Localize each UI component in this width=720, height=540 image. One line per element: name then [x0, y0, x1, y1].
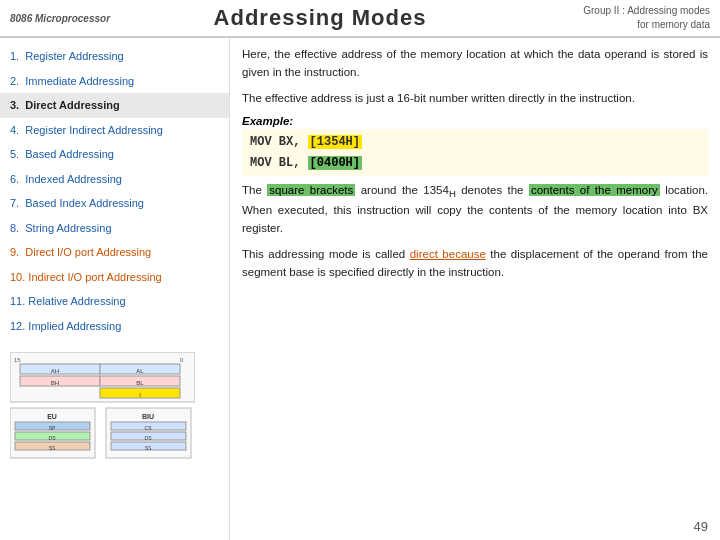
sidebar-item-11[interactable]: 11. Relative Addressing	[0, 289, 229, 314]
para4-text-start: This addressing mode is called	[242, 248, 410, 260]
svg-text:BIU: BIU	[142, 413, 154, 420]
para-2: The effective address is just a 16-bit n…	[242, 90, 708, 108]
header-subtitle: Group II : Addressing modes for memory d…	[510, 4, 710, 32]
sidebar-item-9[interactable]: 9. Direct I/O port Addressing	[0, 240, 229, 265]
para4-underline-direct: direct because	[410, 248, 486, 260]
svg-text:AL: AL	[136, 368, 144, 374]
para3-highlight-memory-contents: contents of the memory	[529, 184, 660, 196]
page-header: 8086 Microprocessor Addressing Modes Gro…	[0, 0, 720, 38]
svg-text:DS: DS	[145, 435, 153, 441]
sidebar-item-10[interactable]: 10. Indirect I/O port Addressing	[0, 265, 229, 290]
code-bracket-1354: [1354H]	[308, 135, 362, 149]
main-layout: 1. Register Addressing 2. Immediate Addr…	[0, 38, 720, 540]
para3-highlight-square-brackets: square brackets	[267, 184, 355, 196]
sidebar-item-3[interactable]: 3. Direct Addressing	[0, 93, 229, 118]
code-line-2: MOV BL, [0400H]	[250, 153, 700, 173]
page-title: Addressing Modes	[130, 5, 510, 31]
sidebar-item-1[interactable]: 1. Register Addressing	[0, 44, 229, 69]
svg-text:15: 15	[14, 357, 21, 363]
svg-text:CS: CS	[145, 425, 153, 431]
sidebar-item-4[interactable]: 4. Register Indirect Addressing	[0, 118, 229, 143]
para-4: This addressing mode is called direct be…	[242, 246, 708, 282]
para-3: The square brackets around the 1354H den…	[242, 182, 708, 238]
code-bracket-0400: [0400H]	[308, 156, 362, 170]
para3-text-the: The	[242, 184, 262, 196]
register-diagrams: 15 0 AH AL BH BL I EU SP	[10, 344, 219, 462]
sidebar-item-5[interactable]: 5. Based Addressing	[0, 142, 229, 167]
page-number: 49	[694, 519, 708, 534]
logo: 8086 Microprocessor	[10, 13, 130, 24]
code-block: MOV BX, [1354H] MOV BL, [0400H]	[242, 129, 708, 176]
sidebar: 1. Register Addressing 2. Immediate Addr…	[0, 38, 230, 540]
sidebar-item-12[interactable]: 12. Implied Addressing	[0, 314, 229, 339]
svg-text:AH: AH	[51, 368, 59, 374]
example-label: Example:	[242, 115, 708, 127]
para-1: Here, the effective address of the memor…	[242, 46, 708, 82]
code-line-1: MOV BX, [1354H]	[250, 132, 700, 152]
svg-rect-3	[20, 364, 100, 374]
svg-rect-7	[20, 376, 100, 386]
svg-text:BL: BL	[136, 380, 144, 386]
sidebar-item-6[interactable]: 6. Indexed Addressing	[0, 167, 229, 192]
code-mov-bl: MOV BL,	[250, 156, 308, 170]
para3-text-around: around the 1354H denotes the	[361, 184, 529, 196]
svg-text:EU: EU	[47, 413, 57, 420]
para3-subscript-h: H	[449, 189, 456, 200]
sidebar-item-8[interactable]: 8. String Addressing	[0, 216, 229, 241]
content-area: Here, the effective address of the memor…	[230, 38, 720, 540]
svg-text:SP: SP	[49, 425, 56, 431]
sidebar-item-2[interactable]: 2. Immediate Addressing	[0, 69, 229, 94]
sidebar-item-7[interactable]: 7. Based Index Addressing	[0, 191, 229, 216]
svg-text:DS: DS	[49, 435, 57, 441]
svg-text:SS: SS	[49, 445, 56, 451]
svg-text:BH: BH	[51, 380, 59, 386]
svg-text:SS: SS	[145, 445, 152, 451]
code-mov-bx: MOV BX,	[250, 135, 308, 149]
